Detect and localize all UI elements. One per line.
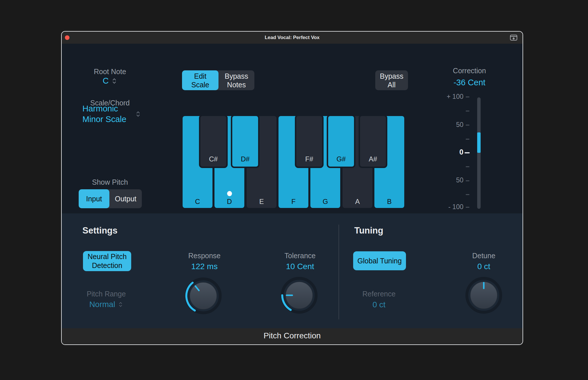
meter-tick	[466, 111, 469, 111]
response-label: Response	[173, 252, 236, 260]
response-knob[interactable]	[183, 276, 223, 316]
current-pitch-indicator	[227, 191, 232, 196]
root-note-label: Root Note	[78, 67, 142, 76]
detune-value: 0 ct	[452, 262, 515, 271]
scale-chord-value: Harmonic Minor Scale	[82, 103, 130, 125]
reference-value[interactable]: 0 ct	[347, 300, 411, 309]
tolerance-value: 10 Cent	[268, 262, 332, 271]
meter-tick	[466, 180, 469, 181]
section-divider	[339, 225, 339, 319]
meter-label-minus100: - 100	[443, 203, 463, 211]
detune-knob[interactable]	[464, 275, 504, 315]
meter-tick	[466, 139, 469, 140]
meter-label-zero: 0	[443, 148, 463, 156]
show-pitch-toggle: Input Output	[79, 189, 142, 208]
link-window-icon[interactable]	[510, 34, 517, 41]
footer-bar: Pitch Correction	[62, 328, 523, 345]
settings-header: Settings	[82, 225, 117, 236]
stepper-updown-icon	[135, 111, 141, 117]
correction-meter-fill	[477, 132, 481, 153]
scale-panel: Root Note C Scale/Chord Harmonic Minor S…	[62, 44, 523, 213]
key-F-sharp[interactable]: F#	[295, 115, 324, 168]
key-D-sharp[interactable]: D#	[231, 115, 260, 168]
tuning-header: Tuning	[354, 225, 383, 236]
key-G-sharp[interactable]: G#	[327, 115, 355, 168]
scale-keyboard: C D E F G A B C# D# F# G# A#	[183, 116, 406, 208]
edit-scale-button[interactable]: Edit Scale	[182, 70, 218, 90]
show-pitch-output-option[interactable]: Output	[109, 189, 142, 208]
tolerance-knob[interactable]	[279, 275, 319, 315]
meter-tick	[466, 207, 469, 208]
titlebar: Lead Vocal: Perfect Vox	[62, 32, 523, 44]
plugin-window: Lead Vocal: Perfect Vox Root Note C Scal	[61, 31, 523, 345]
show-pitch-label: Show Pitch	[78, 178, 142, 186]
correction-meter-track	[477, 97, 481, 209]
meter-tick-zero	[465, 152, 470, 153]
meter-label-plus100: + 100	[443, 93, 463, 101]
key-C-sharp[interactable]: C#	[199, 115, 228, 168]
neural-pitch-detection-button[interactable]: Neural Pitch Detection	[83, 251, 131, 271]
tolerance-label: Tolerance	[268, 252, 332, 260]
plugin-name-label: Pitch Correction	[62, 328, 523, 343]
meter-tick	[466, 125, 469, 126]
show-pitch-input-option[interactable]: Input	[79, 189, 109, 208]
correction-value: -36 Cent	[441, 78, 498, 87]
meter-tick	[466, 166, 469, 167]
key-A-sharp[interactable]: A#	[359, 115, 387, 168]
meter-tick	[466, 194, 469, 195]
pitch-range-value: Normal	[89, 300, 115, 309]
detune-label: Detune	[452, 252, 515, 260]
scale-mode-toggle: Edit Scale Bypass Notes	[182, 70, 254, 90]
bypass-all-button[interactable]: Bypass All	[375, 70, 408, 90]
root-note-stepper[interactable]: C	[78, 76, 142, 86]
reference-label: Reference	[347, 290, 411, 298]
root-note-value: C	[103, 76, 109, 86]
stepper-updown-icon	[118, 301, 123, 308]
meter-label-minus50: 50	[443, 176, 463, 184]
meter-label-plus50: 50	[443, 121, 463, 129]
pitch-range-label: Pitch Range	[75, 290, 138, 298]
meter-tick	[466, 97, 469, 97]
global-tuning-button[interactable]: Global Tuning	[353, 251, 406, 270]
pitch-range-stepper[interactable]: Normal	[75, 300, 138, 309]
response-value: 122 ms	[173, 262, 236, 271]
bypass-notes-button[interactable]: Bypass Notes	[218, 70, 254, 90]
stepper-updown-icon	[111, 78, 117, 84]
window-title: Lead Vocal: Perfect Vox	[62, 32, 523, 44]
correction-label: Correction	[441, 67, 498, 75]
scale-chord-stepper[interactable]: Harmonic Minor Scale	[82, 103, 157, 125]
